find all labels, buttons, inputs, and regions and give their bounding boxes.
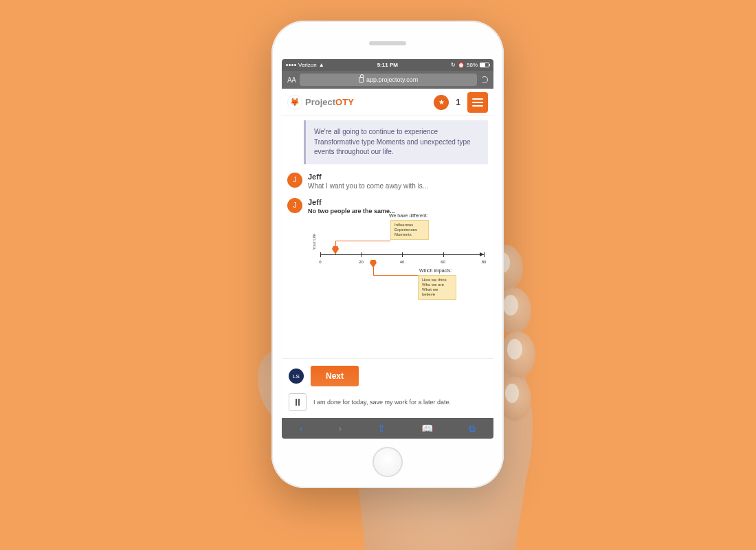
orientation-lock-icon: ↻ — [451, 62, 456, 68]
signal-icon — [286, 64, 296, 66]
note-line: Who we are — [422, 283, 452, 287]
note-line: How we think — [422, 278, 452, 283]
note-line: What we believe — [422, 287, 452, 297]
carrier-label: Verizon — [298, 62, 317, 68]
url-field[interactable]: app.projectoty.com — [300, 74, 477, 86]
y-axis-label: Your Life — [312, 234, 316, 250]
clock: 5:11 PM — [324, 62, 451, 68]
avatar: J — [287, 173, 302, 188]
alarm-icon: ⏰ — [458, 62, 465, 68]
status-right: ↻ ⏰ 58% — [451, 62, 489, 68]
svg-point-8 — [505, 384, 519, 403]
next-button[interactable]: Next — [311, 366, 359, 386]
timeline-marker-icon — [370, 260, 377, 268]
sender-name: Jeff — [308, 173, 488, 181]
home-button[interactable] — [373, 447, 403, 477]
brand-suffix: OTY — [335, 97, 354, 107]
safari-url-bar: AA app.projectoty.com — [282, 71, 493, 89]
ios-status-bar: Verizon ▲ 5:11 PM ↻ ⏰ 58% — [282, 59, 493, 71]
timeline-marker-icon — [332, 246, 339, 254]
diagram-note-top: Influences Experiences Moments — [390, 220, 429, 241]
tick-label: 20 — [359, 260, 364, 264]
note-line: Influences — [394, 223, 425, 228]
status-left: Verizon ▲ — [286, 62, 324, 68]
content-scroll[interactable]: We're all going to continue to experienc… — [282, 116, 493, 358]
coin-count: 1 — [453, 98, 463, 107]
reload-icon[interactable] — [481, 76, 488, 83]
note-line: Experiences — [394, 228, 425, 232]
battery-icon — [480, 63, 489, 67]
tabs-icon[interactable]: ⧉ — [469, 423, 476, 434]
highlight-callout: We're all going to continue to experienc… — [304, 120, 488, 164]
tick-label: 40 — [400, 260, 405, 264]
message-text: What I want you to come away with is... — [308, 182, 488, 190]
bookmarks-icon[interactable]: 📖 — [421, 423, 433, 434]
actions-bar: LS Next I am done for today, save my wor… — [282, 358, 493, 418]
avatar: J — [287, 198, 302, 213]
diagram-top-title: We have different: — [389, 213, 428, 218]
timeline-diagram: We have different: Influences Experience… — [308, 220, 488, 309]
screen: Verizon ▲ 5:11 PM ↻ ⏰ 58% AA app.project… — [282, 59, 493, 439]
app-header: 🦊 ProjectOTY ★ 1 — [282, 89, 493, 116]
svg-point-6 — [503, 295, 518, 316]
wifi-icon: ▲ — [319, 62, 324, 68]
pause-button[interactable] — [289, 393, 307, 411]
coin-icon[interactable]: ★ — [434, 95, 449, 110]
tick-label: 60 — [441, 260, 445, 264]
lock-icon — [359, 77, 364, 82]
save-later-link[interactable]: I am done for today, save my work for a … — [313, 399, 451, 406]
sender-name: Jeff — [308, 198, 488, 206]
safari-toolbar: ‹ › ⇧ 📖 ⧉ — [282, 418, 493, 439]
message: J Jeff No two people are the same... We … — [287, 198, 488, 309]
svg-point-3 — [500, 331, 535, 378]
forward-icon: › — [339, 423, 342, 434]
diagram-bottom-title: Which impacts: — [419, 268, 452, 273]
text-size-button[interactable]: AA — [287, 76, 296, 84]
menu-button[interactable] — [467, 92, 488, 113]
callout-text: We're all going to continue to experienc… — [314, 128, 471, 155]
tick-label: 0 — [319, 260, 321, 264]
message: J Jeff What I want you to come away with… — [287, 173, 488, 190]
battery-percent: 58% — [467, 62, 478, 68]
diagram-note-bottom: How we think Who we are What we believe — [418, 275, 456, 300]
svg-point-7 — [507, 339, 522, 360]
note-line: Moments — [394, 232, 425, 237]
logo-icon: 🦊 — [287, 95, 302, 110]
tick-label: 80 — [482, 260, 487, 264]
x-axis: 0 20 40 60 80 — [320, 254, 484, 255]
user-avatar: LS — [289, 368, 304, 384]
share-icon[interactable]: ⇧ — [377, 423, 386, 434]
logo[interactable]: 🦊 ProjectOTY — [287, 95, 430, 110]
brand-prefix: Project — [305, 97, 335, 107]
iphone-device-frame: Verizon ▲ 5:11 PM ↻ ⏰ 58% AA app.project… — [271, 21, 504, 488]
back-icon[interactable]: ‹ — [300, 423, 303, 434]
url-text: app.projectoty.com — [366, 76, 418, 83]
